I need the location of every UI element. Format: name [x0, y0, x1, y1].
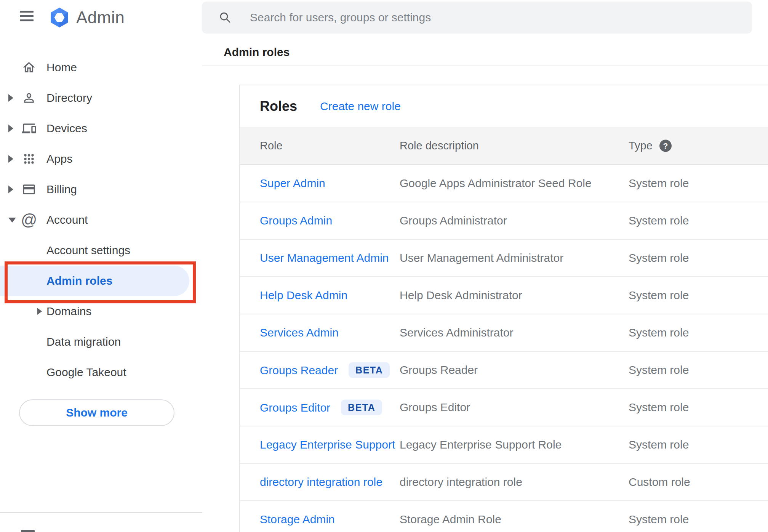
- role-type-cell: System role: [629, 214, 689, 227]
- role-link[interactable]: Super Admin: [260, 177, 325, 190]
- role-type-cell: Custom role: [629, 476, 690, 489]
- sidebar-divider: [0, 512, 202, 513]
- role-link[interactable]: Groups Admin: [260, 214, 332, 227]
- apps-icon: [21, 151, 37, 167]
- sidebar-item-label: Directory: [46, 91, 92, 104]
- table-row: Services Admin Services Administrator Sy…: [240, 314, 768, 352]
- role-link[interactable]: User Management Admin: [260, 252, 389, 264]
- beta-badge: BETA: [341, 400, 382, 415]
- expand-arrow-icon[interactable]: [8, 94, 13, 102]
- sidebar-subitem-label: Google Takeout: [46, 366, 126, 379]
- role-link[interactable]: directory integration role: [260, 476, 382, 489]
- role-cell: User Management Admin: [260, 252, 389, 264]
- role-description-cell: Groups Editor: [400, 401, 470, 414]
- sidebar-item-domains[interactable]: Domains: [0, 296, 202, 327]
- sidebar-item-label: Account: [46, 213, 88, 226]
- roles-card-header: Roles Create new role: [240, 85, 768, 127]
- help-icon[interactable]: ?: [659, 139, 672, 152]
- role-cell: Legacy Enterprise Support: [260, 438, 395, 451]
- card-icon: [21, 182, 37, 197]
- role-description-cell: Groups Administrator: [400, 214, 507, 227]
- role-link[interactable]: Help Desk Admin: [260, 289, 347, 302]
- role-cell: Help Desk Admin: [260, 289, 347, 302]
- sidebar-nav: Home Directory Devices Apps Billing @ Ac…: [0, 52, 202, 388]
- role-cell: directory integration role: [260, 476, 382, 489]
- role-link[interactable]: Groups Editor: [260, 401, 330, 414]
- sidebar-item-home[interactable]: Home: [0, 52, 202, 83]
- person-icon: [21, 90, 37, 106]
- sidebar-item-data-migration[interactable]: Data migration: [0, 327, 202, 357]
- role-cell: Services Admin: [260, 326, 339, 339]
- breadcrumb: Admin roles: [224, 46, 290, 59]
- sidebar-item-label: Billing: [46, 183, 77, 196]
- role-description-cell: Legacy Enterprise Support Role: [400, 438, 562, 451]
- expand-arrow-icon[interactable]: [8, 125, 13, 132]
- sidebar-item-admin-roles[interactable]: Admin roles: [0, 266, 189, 296]
- search-icon: [219, 11, 232, 24]
- role-type-cell: System role: [629, 513, 689, 526]
- sidebar-item-apps[interactable]: Apps: [0, 144, 202, 174]
- role-description-cell: Storage Admin Role: [400, 513, 501, 526]
- role-type-cell: System role: [629, 177, 689, 190]
- column-header-role: Role: [260, 139, 283, 152]
- sidebar-item-account-settings[interactable]: Account settings: [0, 235, 202, 266]
- menu-icon[interactable]: [20, 11, 34, 21]
- admin-logo-icon: [49, 7, 70, 28]
- sidebar-subitem-label: Domains: [46, 305, 91, 318]
- sidebar-item-google-takeout[interactable]: Google Takeout: [0, 357, 202, 388]
- role-type-cell: System role: [629, 438, 689, 451]
- at-icon: @: [21, 212, 37, 228]
- role-description-cell: Help Desk Administrator: [400, 289, 522, 302]
- app-title: Admin: [76, 7, 125, 28]
- role-description-cell: User Management Administrator: [400, 252, 563, 264]
- sidebar-subitem-label: Admin roles: [46, 274, 112, 287]
- role-link[interactable]: Services Admin: [260, 326, 339, 339]
- search-input[interactable]: [249, 11, 741, 24]
- role-cell: Super Admin: [260, 177, 325, 190]
- role-cell: Groups Admin: [260, 214, 332, 227]
- role-type-cell: System role: [629, 326, 689, 339]
- role-type-cell: System role: [629, 401, 689, 414]
- role-cell: Storage Admin: [260, 513, 335, 526]
- role-type-cell: System role: [629, 289, 689, 302]
- role-link[interactable]: Storage Admin: [260, 513, 335, 526]
- sidebar-header: Admin: [0, 0, 202, 38]
- role-description-cell: directory integration role: [400, 476, 522, 489]
- sidebar-item-account[interactable]: @ Account: [0, 205, 202, 235]
- sidebar-subitem-label: Data migration: [46, 335, 121, 348]
- table-row: Legacy Enterprise Support Legacy Enterpr…: [240, 426, 768, 464]
- expand-arrow-icon[interactable]: [8, 218, 16, 223]
- sidebar-item-label: Devices: [46, 122, 87, 135]
- role-link[interactable]: Legacy Enterprise Support: [260, 438, 395, 451]
- role-type-cell: System role: [629, 252, 689, 264]
- sidebar-subitem-label: Account settings: [46, 244, 130, 257]
- expand-arrow-icon[interactable]: [8, 155, 13, 163]
- show-more-button[interactable]: Show more: [19, 399, 174, 426]
- table-row: Super Admin Google Apps Administrator Se…: [240, 165, 768, 202]
- sidebar-item-directory[interactable]: Directory: [0, 83, 202, 113]
- role-cell: Groups Editor BETA: [260, 400, 382, 415]
- roles-card: Roles Create new role Role Role descript…: [239, 85, 768, 532]
- role-description-cell: Services Administrator: [400, 326, 513, 339]
- role-description-cell: Groups Reader: [400, 364, 478, 377]
- search-bar[interactable]: [202, 2, 752, 34]
- sidebar-item-billing[interactable]: Billing: [0, 174, 202, 205]
- sidebar-item-devices[interactable]: Devices: [0, 113, 202, 144]
- role-cell: Groups Reader BETA: [260, 362, 390, 378]
- table-row: Help Desk Admin Help Desk Administrator …: [240, 277, 768, 314]
- role-type-cell: System role: [629, 364, 689, 377]
- sidebar-item-label: Home: [46, 61, 77, 74]
- column-header-type-label: Type: [629, 139, 653, 152]
- column-header-description: Role description: [400, 139, 479, 152]
- create-new-role-link[interactable]: Create new role: [320, 100, 401, 113]
- beta-badge: BETA: [349, 362, 390, 378]
- expand-arrow-icon[interactable]: [8, 186, 13, 193]
- home-icon: [21, 60, 37, 75]
- role-link[interactable]: Groups Reader: [260, 364, 338, 377]
- expand-arrow-icon[interactable]: [37, 308, 42, 315]
- table-row: Groups Admin Groups Administrator System…: [240, 202, 768, 240]
- column-header-type: Type ?: [629, 139, 672, 152]
- table-header-row: Role Role description Type ?: [240, 127, 768, 165]
- card-title: Roles: [260, 98, 297, 114]
- header-divider: [202, 66, 768, 66]
